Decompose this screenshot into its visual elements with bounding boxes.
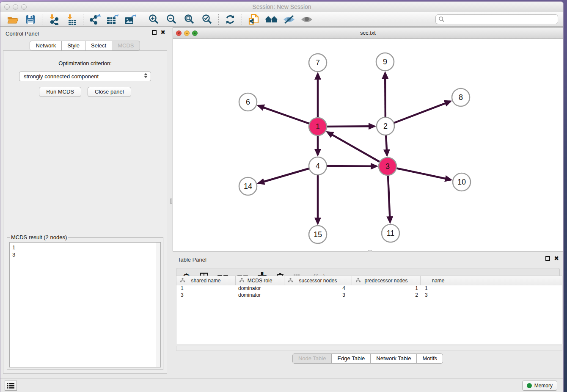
zoom-selected-icon	[201, 14, 212, 25]
column-header-successor-nodes[interactable]: successor nodes	[284, 276, 352, 285]
column-header-name[interactable]: name	[421, 276, 456, 285]
table-cell[interactable]: dominator	[236, 285, 284, 292]
column-type-icon	[239, 278, 244, 283]
table-cell[interactable]: 3	[176, 292, 236, 299]
tab-mcds[interactable]: MCDS	[112, 41, 140, 51]
zoom-selected-button[interactable]	[198, 13, 216, 26]
table-cell[interactable]: dominator	[236, 292, 284, 299]
search-input[interactable]	[445, 15, 558, 24]
mcds-result-textarea[interactable]: 1 3	[9, 242, 161, 367]
network-canvas[interactable]: 7968124314101511	[173, 39, 563, 251]
graph-node-label-2: 2	[383, 122, 388, 130]
graph-node-label-11: 11	[387, 229, 395, 237]
home-first-neighbors-button[interactable]	[262, 13, 280, 26]
column-header-predecessor-nodes[interactable]: predecessor nodes	[352, 276, 421, 285]
table-cell[interactable]: 1	[421, 285, 456, 292]
table-cell[interactable]: 3	[284, 292, 352, 299]
list-icon	[7, 383, 14, 389]
zoom-fit-icon	[184, 14, 195, 25]
table-cell[interactable]: 3	[421, 292, 456, 299]
search-icon	[438, 16, 445, 22]
zoom-in-icon	[148, 14, 159, 25]
tab-style[interactable]: Style	[61, 41, 85, 51]
network-window-titlebar[interactable]: ✕ − + scc.txt	[173, 28, 563, 39]
close-panel-button[interactable]: Close panel	[88, 87, 131, 97]
graph-edge-2-8[interactable]	[385, 101, 451, 126]
graph-node-label-10: 10	[457, 178, 466, 186]
export-image-button[interactable]	[121, 13, 139, 26]
table-hscrollbar[interactable]	[176, 346, 562, 351]
task-history-button[interactable]	[5, 381, 17, 391]
new-network-from-selection-button[interactable]	[245, 13, 262, 26]
column-header-MCDS-role[interactable]: MCDS role	[236, 276, 284, 285]
mcds-result-fieldset: MCDS result (2 nodes) 1 3	[7, 234, 163, 370]
zoom-out-button[interactable]	[162, 13, 180, 26]
run-mcds-button[interactable]: Run MCDS	[39, 87, 81, 97]
column-header-label: name	[432, 278, 444, 284]
zoom-fit-button[interactable]	[180, 13, 198, 26]
splitter-grip-icon[interactable]	[170, 199, 172, 204]
table-panel-close-icon[interactable]: ✖	[554, 256, 559, 261]
table-cell[interactable]: 2	[352, 292, 421, 299]
save-icon	[25, 14, 36, 25]
open-session-button[interactable]	[4, 13, 22, 26]
home-icon	[264, 14, 278, 25]
network-view-window: ✕ − + scc.txt 7968124314101511	[173, 27, 563, 251]
refresh-view-button[interactable]	[221, 13, 239, 26]
memory-button[interactable]: Memory	[522, 381, 557, 391]
export-network-button[interactable]	[86, 13, 104, 26]
graph-edge-3-10[interactable]	[388, 166, 451, 180]
column-type-icon	[180, 278, 185, 283]
table-row[interactable]: 3dominator323	[176, 292, 562, 299]
control-panel-close-icon[interactable]: ✖	[160, 30, 165, 35]
save-session-button[interactable]	[22, 13, 39, 26]
graph-node-label-14: 14	[244, 182, 252, 190]
toolbar-separator	[83, 14, 83, 25]
network-resize-grip[interactable]	[368, 250, 372, 251]
graph-node-label-6: 6	[246, 98, 250, 106]
graph-node-label-7: 7	[316, 58, 320, 67]
column-header-shared-name[interactable]: shared name	[176, 276, 236, 285]
graph-edge-1-6[interactable]	[259, 106, 318, 127]
import-network-button[interactable]	[45, 13, 63, 26]
table-cell[interactable]: 1	[176, 285, 236, 292]
tab-network-table[interactable]: Network Table	[370, 353, 417, 364]
control-panel-title: Control Panel	[6, 30, 39, 37]
open-folder-icon	[7, 14, 19, 25]
tab-network[interactable]: Network	[30, 41, 62, 51]
column-type-icon	[288, 278, 293, 283]
criterion-select[interactable]: strongly connected component	[19, 72, 151, 81]
network-file-icon	[248, 14, 259, 25]
table-cell[interactable]: 4	[284, 285, 352, 292]
import-table-icon	[66, 14, 77, 25]
column-header-label: successor nodes	[299, 278, 337, 284]
criterion-value: strongly connected component	[24, 73, 99, 80]
table-cell[interactable]: 1	[352, 285, 421, 292]
control-panel-float-icon[interactable]	[152, 30, 157, 35]
tab-motifs[interactable]: Motifs	[416, 353, 443, 364]
graph-edge-3-1[interactable]	[328, 132, 388, 166]
tab-node-table[interactable]: Node Table	[292, 353, 332, 364]
import-table-button[interactable]	[63, 13, 80, 26]
search-field[interactable]	[435, 14, 558, 24]
eye-icon	[300, 15, 313, 24]
status-bar: Memory	[0, 378, 563, 392]
table-row[interactable]: 1dominator411	[176, 285, 562, 292]
hide-selected-button[interactable]	[280, 13, 298, 26]
show-all-button[interactable]	[298, 13, 316, 26]
refresh-icon	[225, 14, 236, 25]
network-window-title: scc.txt	[173, 30, 563, 36]
zoom-in-button[interactable]	[145, 13, 162, 26]
control-panel-tabs: NetworkStyleSelectMCDS	[0, 41, 170, 51]
node-table: shared nameMCDS rolesuccessor nodesprede…	[176, 276, 562, 344]
graph-node-label-3: 3	[385, 162, 390, 171]
table-header-row: shared nameMCDS rolesuccessor nodesprede…	[176, 276, 562, 285]
result-scrollbar[interactable]	[156, 243, 160, 367]
tab-edge-table[interactable]: Edge Table	[331, 353, 371, 364]
panel-splitter[interactable]	[170, 27, 173, 378]
tab-select[interactable]: Select	[85, 41, 112, 51]
table-panel-float-icon[interactable]	[545, 256, 550, 261]
export-table-button[interactable]	[104, 13, 121, 26]
graph-node-label-8: 8	[459, 93, 463, 102]
table-panel: Table Panel ✖ ⚙ ✓	[173, 253, 563, 378]
